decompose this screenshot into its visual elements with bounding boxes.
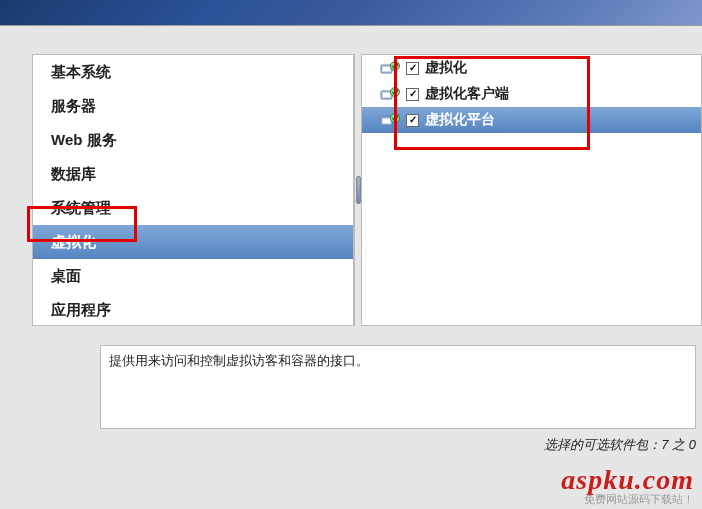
watermark-logo: aspku.com bbox=[561, 464, 694, 496]
package-label: 虚拟化客户端 bbox=[425, 85, 509, 103]
category-item-virtualization[interactable]: 虚拟化 bbox=[33, 225, 353, 259]
category-item-desktop[interactable]: 桌面 bbox=[33, 259, 353, 293]
category-item-applications[interactable]: 应用程序 bbox=[33, 293, 353, 326]
description-text: 提供用来访问和控制虚拟访客和容器的接口。 bbox=[109, 353, 369, 368]
package-item-virtualization-client[interactable]: ✓ 虚拟化客户端 bbox=[362, 81, 701, 107]
panel-splitter[interactable] bbox=[354, 54, 362, 326]
watermark-subtitle: 免费网站源码下载站！ bbox=[561, 492, 694, 507]
package-list: ✓ 虚拟化 ✓ 虚拟化客户端 bbox=[362, 54, 702, 326]
category-item-basic-system[interactable]: 基本系统 bbox=[33, 55, 353, 89]
window-title-bar bbox=[0, 0, 702, 26]
svg-rect-4 bbox=[383, 93, 390, 97]
optional-packages-status: 选择的可选软件包：7 之 0 bbox=[100, 436, 696, 454]
watermark: aspku.com 免费网站源码下载站！ bbox=[561, 464, 694, 507]
description-box: 提供用来访问和控制虚拟访客和容器的接口。 bbox=[100, 345, 696, 429]
category-item-databases[interactable]: 数据库 bbox=[33, 157, 353, 191]
svg-rect-7 bbox=[383, 119, 390, 123]
package-group-icon bbox=[380, 60, 400, 76]
package-group-icon bbox=[380, 112, 400, 128]
package-item-virtualization-platform[interactable]: ✓ 虚拟化平台 bbox=[362, 107, 701, 133]
package-label: 虚拟化 bbox=[425, 59, 467, 77]
package-label: 虚拟化平台 bbox=[425, 111, 495, 129]
package-checkbox[interactable]: ✓ bbox=[406, 62, 419, 75]
category-item-system-management[interactable]: 系统管理 bbox=[33, 191, 353, 225]
splitter-grip-icon bbox=[356, 176, 361, 204]
category-item-servers[interactable]: 服务器 bbox=[33, 89, 353, 123]
category-item-web-services[interactable]: Web 服务 bbox=[33, 123, 353, 157]
main-content: 基本系统 服务器 Web 服务 数据库 系统管理 虚拟化 桌面 应用程序 开发 … bbox=[0, 26, 702, 326]
svg-rect-1 bbox=[383, 67, 390, 71]
package-item-virtualization[interactable]: ✓ 虚拟化 bbox=[362, 55, 701, 81]
package-checkbox[interactable]: ✓ bbox=[406, 88, 419, 101]
package-group-icon bbox=[380, 86, 400, 102]
category-list: 基本系统 服务器 Web 服务 数据库 系统管理 虚拟化 桌面 应用程序 开发 bbox=[32, 54, 354, 326]
package-checkbox[interactable]: ✓ bbox=[406, 114, 419, 127]
